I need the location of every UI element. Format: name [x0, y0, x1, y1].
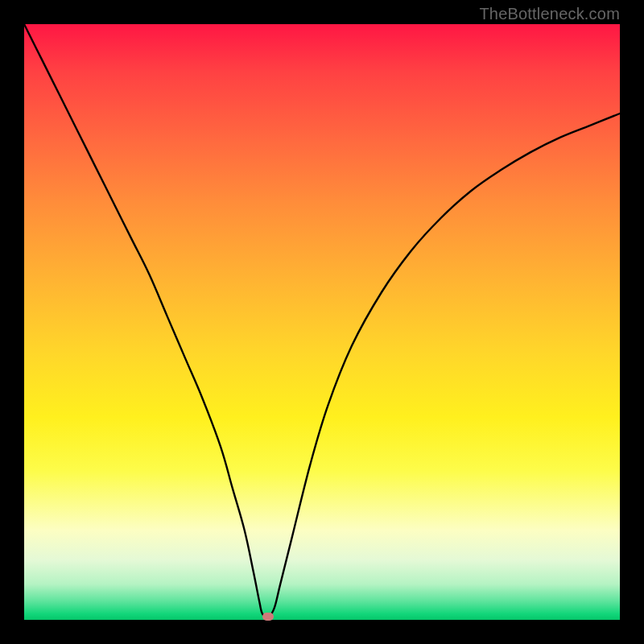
plot-area — [24, 24, 620, 620]
curve-svg — [24, 24, 620, 620]
watermark-text: TheBottleneck.com — [479, 5, 620, 23]
optimal-point-marker — [262, 613, 274, 621]
bottleneck-curve — [24, 24, 620, 617]
chart-container: TheBottleneck.com — [0, 0, 644, 644]
